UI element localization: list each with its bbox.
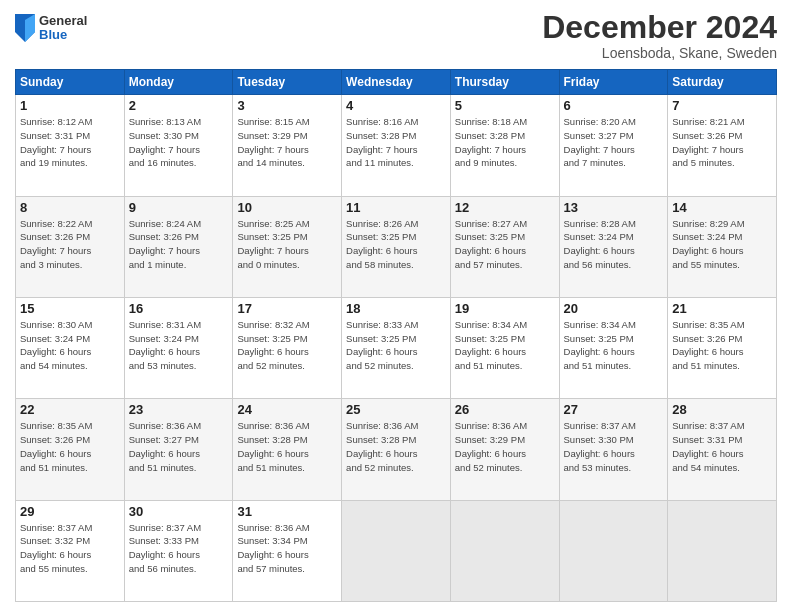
calendar-cell: 2Sunrise: 8:13 AMSunset: 3:30 PMDaylight… xyxy=(124,95,233,196)
day-number: 1 xyxy=(20,98,120,113)
calendar-week-row: 15Sunrise: 8:30 AMSunset: 3:24 PMDayligh… xyxy=(16,297,777,398)
calendar-cell: 25Sunrise: 8:36 AMSunset: 3:28 PMDayligh… xyxy=(342,399,451,500)
calendar-day-header: Wednesday xyxy=(342,70,451,95)
day-info: Sunrise: 8:26 AMSunset: 3:25 PMDaylight:… xyxy=(346,217,446,272)
header: General Blue December 2024 Loensboda, Sk… xyxy=(15,10,777,61)
day-number: 20 xyxy=(564,301,664,316)
calendar-cell: 30Sunrise: 8:37 AMSunset: 3:33 PMDayligh… xyxy=(124,500,233,601)
day-info: Sunrise: 8:21 AMSunset: 3:26 PMDaylight:… xyxy=(672,115,772,170)
day-info: Sunrise: 8:18 AMSunset: 3:28 PMDaylight:… xyxy=(455,115,555,170)
day-info: Sunrise: 8:36 AMSunset: 3:28 PMDaylight:… xyxy=(237,419,337,474)
logo-icon xyxy=(15,14,35,42)
day-info: Sunrise: 8:36 AMSunset: 3:29 PMDaylight:… xyxy=(455,419,555,474)
day-number: 19 xyxy=(455,301,555,316)
day-info: Sunrise: 8:37 AMSunset: 3:30 PMDaylight:… xyxy=(564,419,664,474)
day-info: Sunrise: 8:34 AMSunset: 3:25 PMDaylight:… xyxy=(564,318,664,373)
calendar-cell: 4Sunrise: 8:16 AMSunset: 3:28 PMDaylight… xyxy=(342,95,451,196)
day-info: Sunrise: 8:31 AMSunset: 3:24 PMDaylight:… xyxy=(129,318,229,373)
calendar-cell: 20Sunrise: 8:34 AMSunset: 3:25 PMDayligh… xyxy=(559,297,668,398)
day-number: 6 xyxy=(564,98,664,113)
calendar-cell: 22Sunrise: 8:35 AMSunset: 3:26 PMDayligh… xyxy=(16,399,125,500)
day-number: 15 xyxy=(20,301,120,316)
calendar-cell: 18Sunrise: 8:33 AMSunset: 3:25 PMDayligh… xyxy=(342,297,451,398)
day-number: 31 xyxy=(237,504,337,519)
day-number: 8 xyxy=(20,200,120,215)
day-number: 23 xyxy=(129,402,229,417)
day-info: Sunrise: 8:35 AMSunset: 3:26 PMDaylight:… xyxy=(672,318,772,373)
day-info: Sunrise: 8:15 AMSunset: 3:29 PMDaylight:… xyxy=(237,115,337,170)
day-number: 18 xyxy=(346,301,446,316)
day-number: 7 xyxy=(672,98,772,113)
calendar-day-header: Friday xyxy=(559,70,668,95)
calendar-cell: 21Sunrise: 8:35 AMSunset: 3:26 PMDayligh… xyxy=(668,297,777,398)
day-info: Sunrise: 8:36 AMSunset: 3:27 PMDaylight:… xyxy=(129,419,229,474)
calendar-cell: 10Sunrise: 8:25 AMSunset: 3:25 PMDayligh… xyxy=(233,196,342,297)
day-info: Sunrise: 8:36 AMSunset: 3:28 PMDaylight:… xyxy=(346,419,446,474)
calendar-cell: 8Sunrise: 8:22 AMSunset: 3:26 PMDaylight… xyxy=(16,196,125,297)
calendar-cell: 15Sunrise: 8:30 AMSunset: 3:24 PMDayligh… xyxy=(16,297,125,398)
logo: General Blue xyxy=(15,14,87,43)
calendar-week-row: 1Sunrise: 8:12 AMSunset: 3:31 PMDaylight… xyxy=(16,95,777,196)
logo-general-text: General xyxy=(39,14,87,28)
day-info: Sunrise: 8:37 AMSunset: 3:32 PMDaylight:… xyxy=(20,521,120,576)
day-number: 30 xyxy=(129,504,229,519)
calendar-day-header: Monday xyxy=(124,70,233,95)
calendar-cell: 14Sunrise: 8:29 AMSunset: 3:24 PMDayligh… xyxy=(668,196,777,297)
day-number: 2 xyxy=(129,98,229,113)
day-info: Sunrise: 8:33 AMSunset: 3:25 PMDaylight:… xyxy=(346,318,446,373)
calendar-cell: 3Sunrise: 8:15 AMSunset: 3:29 PMDaylight… xyxy=(233,95,342,196)
day-info: Sunrise: 8:25 AMSunset: 3:25 PMDaylight:… xyxy=(237,217,337,272)
day-info: Sunrise: 8:27 AMSunset: 3:25 PMDaylight:… xyxy=(455,217,555,272)
calendar-day-header: Saturday xyxy=(668,70,777,95)
day-number: 9 xyxy=(129,200,229,215)
calendar-cell: 9Sunrise: 8:24 AMSunset: 3:26 PMDaylight… xyxy=(124,196,233,297)
calendar-week-row: 29Sunrise: 8:37 AMSunset: 3:32 PMDayligh… xyxy=(16,500,777,601)
title-block: December 2024 Loensboda, Skane, Sweden xyxy=(542,10,777,61)
calendar-cell: 16Sunrise: 8:31 AMSunset: 3:24 PMDayligh… xyxy=(124,297,233,398)
day-number: 5 xyxy=(455,98,555,113)
calendar-table: SundayMondayTuesdayWednesdayThursdayFrid… xyxy=(15,69,777,602)
day-number: 14 xyxy=(672,200,772,215)
day-number: 28 xyxy=(672,402,772,417)
calendar-cell: 1Sunrise: 8:12 AMSunset: 3:31 PMDaylight… xyxy=(16,95,125,196)
day-number: 10 xyxy=(237,200,337,215)
calendar-week-row: 8Sunrise: 8:22 AMSunset: 3:26 PMDaylight… xyxy=(16,196,777,297)
day-info: Sunrise: 8:24 AMSunset: 3:26 PMDaylight:… xyxy=(129,217,229,272)
day-number: 27 xyxy=(564,402,664,417)
calendar-cell: 29Sunrise: 8:37 AMSunset: 3:32 PMDayligh… xyxy=(16,500,125,601)
day-number: 22 xyxy=(20,402,120,417)
day-info: Sunrise: 8:29 AMSunset: 3:24 PMDaylight:… xyxy=(672,217,772,272)
day-number: 13 xyxy=(564,200,664,215)
day-number: 12 xyxy=(455,200,555,215)
day-number: 3 xyxy=(237,98,337,113)
day-number: 4 xyxy=(346,98,446,113)
day-info: Sunrise: 8:30 AMSunset: 3:24 PMDaylight:… xyxy=(20,318,120,373)
calendar-cell xyxy=(450,500,559,601)
calendar-day-header: Thursday xyxy=(450,70,559,95)
calendar-cell: 7Sunrise: 8:21 AMSunset: 3:26 PMDaylight… xyxy=(668,95,777,196)
calendar-cell: 6Sunrise: 8:20 AMSunset: 3:27 PMDaylight… xyxy=(559,95,668,196)
day-info: Sunrise: 8:20 AMSunset: 3:27 PMDaylight:… xyxy=(564,115,664,170)
calendar-cell: 27Sunrise: 8:37 AMSunset: 3:30 PMDayligh… xyxy=(559,399,668,500)
calendar-cell: 23Sunrise: 8:36 AMSunset: 3:27 PMDayligh… xyxy=(124,399,233,500)
calendar-cell xyxy=(559,500,668,601)
calendar-cell: 24Sunrise: 8:36 AMSunset: 3:28 PMDayligh… xyxy=(233,399,342,500)
calendar-header-row: SundayMondayTuesdayWednesdayThursdayFrid… xyxy=(16,70,777,95)
location: Loensboda, Skane, Sweden xyxy=(542,45,777,61)
day-info: Sunrise: 8:32 AMSunset: 3:25 PMDaylight:… xyxy=(237,318,337,373)
day-number: 17 xyxy=(237,301,337,316)
day-number: 24 xyxy=(237,402,337,417)
logo-blue-text: Blue xyxy=(39,28,87,42)
day-number: 25 xyxy=(346,402,446,417)
calendar-cell: 11Sunrise: 8:26 AMSunset: 3:25 PMDayligh… xyxy=(342,196,451,297)
day-info: Sunrise: 8:13 AMSunset: 3:30 PMDaylight:… xyxy=(129,115,229,170)
day-info: Sunrise: 8:16 AMSunset: 3:28 PMDaylight:… xyxy=(346,115,446,170)
calendar-day-header: Tuesday xyxy=(233,70,342,95)
logo-text: General Blue xyxy=(39,14,87,43)
month-title: December 2024 xyxy=(542,10,777,45)
day-info: Sunrise: 8:22 AMSunset: 3:26 PMDaylight:… xyxy=(20,217,120,272)
day-number: 11 xyxy=(346,200,446,215)
day-number: 16 xyxy=(129,301,229,316)
calendar-cell xyxy=(342,500,451,601)
day-number: 21 xyxy=(672,301,772,316)
